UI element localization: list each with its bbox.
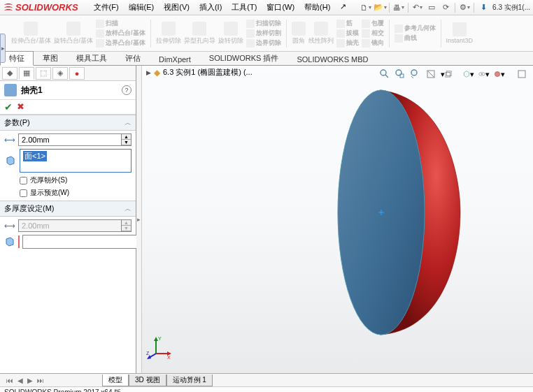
section-view-icon[interactable] bbox=[425, 68, 436, 80]
pm-tab-appearance[interactable]: ● bbox=[69, 67, 85, 80]
cancel-button[interactable]: ✖ bbox=[17, 101, 24, 112]
svg-point-9 bbox=[481, 73, 483, 75]
separator bbox=[455, 3, 455, 13]
linear-pattern[interactable]: 线性阵列 bbox=[308, 22, 334, 45]
options-icon[interactable]: ⚙ bbox=[460, 3, 469, 13]
hide-show-icon[interactable]: ▾ bbox=[478, 68, 490, 80]
multi-faces-row bbox=[4, 235, 132, 249]
collapse-icon[interactable]: ︿ bbox=[125, 118, 132, 128]
scene-icon[interactable] bbox=[516, 68, 527, 80]
zoom-area-icon[interactable] bbox=[395, 68, 406, 80]
graphics-viewport[interactable]: ▶ ◆ 6.3 实例1 (椭圆盖建模) (... bbox=[142, 66, 533, 373]
pm-controls: ✔ ✖ bbox=[0, 100, 136, 115]
thickness-icon: ⟷ bbox=[4, 219, 15, 232]
menu-insert[interactable]: 插入(I) bbox=[195, 1, 226, 14]
zoom-fit-icon[interactable] bbox=[379, 68, 390, 80]
tab-evaluate[interactable]: 评估 bbox=[116, 51, 150, 65]
menu-bar: 文件(F) 编辑(E) 视图(V) 插入(I) 工具(T) 窗口(W) 帮助(H… bbox=[90, 1, 351, 14]
separator bbox=[150, 20, 151, 48]
revolve-cut[interactable]: 旋转切除 bbox=[218, 22, 243, 45]
extrude-boss[interactable]: 拉伸凸台/基体 bbox=[11, 22, 51, 45]
tab-sketch[interactable]: 草图 bbox=[34, 51, 67, 65]
shell-icon bbox=[4, 84, 17, 96]
tab-dimxpert[interactable]: DimXpert bbox=[150, 53, 200, 65]
menu-view[interactable]: 视图(V) bbox=[159, 1, 194, 14]
thickness-input[interactable] bbox=[19, 134, 121, 145]
title-bar: SOLIDWORKS 文件(F) 编辑(E) 视图(V) 插入(I) 工具(T)… bbox=[0, 0, 533, 15]
nav-last-icon[interactable]: ⏭ bbox=[35, 377, 46, 384]
save-icon[interactable]: 🖶 bbox=[394, 3, 404, 13]
menu-edit[interactable]: 编辑(E) bbox=[125, 1, 159, 14]
pm-tab-config[interactable]: ⬚ bbox=[36, 67, 51, 80]
nav-prev-icon[interactable]: ◀ bbox=[15, 377, 25, 384]
spin-up[interactable]: ▲ bbox=[122, 134, 131, 140]
view-triad[interactable]: Y X Z bbox=[146, 333, 174, 361]
params-header[interactable]: 参数(P) ︿ bbox=[0, 115, 136, 131]
tab-3dview[interactable]: 3D 视图 bbox=[129, 375, 166, 386]
fillet[interactable]: 圆角 bbox=[292, 22, 306, 45]
feature-title: 抽壳1 bbox=[21, 85, 43, 96]
menu-help[interactable]: 帮助(H) bbox=[300, 1, 334, 14]
svg-rect-7 bbox=[447, 71, 452, 76]
tab-mold[interactable]: 模具工具 bbox=[67, 51, 116, 65]
ok-button[interactable]: ✔ bbox=[4, 101, 13, 112]
nav-first-icon[interactable]: ⏮ bbox=[4, 377, 15, 384]
new-doc-icon[interactable]: 🗋 bbox=[361, 3, 371, 13]
tab-addins[interactable]: SOLIDWORKS 插件 bbox=[200, 51, 288, 65]
instant3d[interactable]: Instant3D bbox=[446, 22, 474, 44]
extrude-cut[interactable]: 拉伸切除 bbox=[156, 22, 181, 45]
thickness-spin[interactable]: ▲▼ bbox=[18, 133, 132, 146]
bottom-tabs: 模型 3D 视图 运动算例 1 bbox=[102, 375, 213, 386]
shell-outward-checkbox[interactable]: 壳厚朝外(S) bbox=[4, 175, 132, 185]
tab-motion[interactable]: 运动算例 1 bbox=[166, 375, 213, 386]
thickness-row: ⟷ ▲▼ bbox=[4, 133, 132, 146]
show-preview-checkbox[interactable]: 显示预览(W) bbox=[4, 188, 132, 198]
multi-face-box[interactable] bbox=[22, 235, 145, 249]
property-manager: ◆ ▦ ⬚ ◈ ● 抽壳1 ? ✔ ✖ 参数(P) ︿ ⟷ ▲▼ bbox=[0, 66, 136, 373]
pm-header: 抽壳1 ? bbox=[0, 81, 136, 100]
nav-next-icon[interactable]: ▶ bbox=[25, 377, 35, 384]
separator bbox=[389, 20, 390, 48]
collapse-bar[interactable]: ▸ bbox=[136, 66, 142, 373]
undo-icon[interactable]: ↶ bbox=[413, 3, 422, 13]
pm-tab-property[interactable]: ▦ bbox=[19, 67, 34, 80]
menu-window[interactable]: 窗口(W) bbox=[262, 1, 299, 14]
face-selection-box[interactable]: 面<1> bbox=[20, 149, 132, 173]
tab-mbd[interactable]: SOLIDWORKS MBD bbox=[287, 53, 377, 65]
collapse-icon[interactable]: ︿ bbox=[125, 204, 132, 214]
open-icon[interactable]: 📂 bbox=[375, 3, 385, 13]
display-style-icon[interactable]: ▾ bbox=[463, 68, 474, 80]
help-icon[interactable]: ? bbox=[122, 85, 132, 95]
faces-row: 面<1> bbox=[4, 149, 132, 173]
prev-view-icon[interactable] bbox=[410, 68, 421, 80]
menu-file[interactable]: 文件(F) bbox=[90, 1, 123, 14]
spin-down[interactable]: ▼ bbox=[122, 140, 131, 145]
multi-thickness-spin: ▲▼ bbox=[18, 219, 132, 232]
selection-indicator bbox=[18, 235, 20, 248]
boss-col: 扫描 放样凸台/基体 边界凸台/基体 bbox=[96, 19, 145, 48]
multi-header[interactable]: 多厚度设定(M) ︿ bbox=[0, 201, 136, 217]
panel-handle[interactable]: ▸ bbox=[0, 34, 6, 63]
svg-point-2 bbox=[396, 70, 401, 75]
appearance-icon[interactable]: ▾ bbox=[494, 68, 505, 80]
view-toolbar: ▾ ▾ ▾ ▾ bbox=[379, 68, 527, 80]
svg-rect-11 bbox=[518, 71, 525, 78]
separator bbox=[408, 3, 408, 13]
separator bbox=[474, 3, 474, 13]
rebuild-icon[interactable]: ⟳ bbox=[441, 3, 450, 13]
hole-wizard[interactable]: 异型孔向导 bbox=[184, 22, 215, 45]
ref-col: 参考几何体 曲线 bbox=[395, 24, 436, 43]
pm-tab-feature[interactable]: ◆ bbox=[2, 67, 17, 80]
menu-tools[interactable]: 工具(T) bbox=[227, 1, 261, 14]
bottom-bar: ⏮ ◀ ▶ ⏭ 模型 3D 视图 运动算例 1 bbox=[0, 373, 533, 386]
solidworks-icon bbox=[3, 2, 14, 13]
menu-pin[interactable]: ↗ bbox=[336, 1, 350, 14]
separator bbox=[389, 3, 390, 13]
view-orient-icon[interactable]: ▾ bbox=[441, 68, 452, 80]
pm-tab-dim[interactable]: ◈ bbox=[52, 67, 68, 80]
separator bbox=[441, 20, 441, 48]
coord-icon[interactable]: ⬇ bbox=[478, 3, 488, 13]
select-icon[interactable]: ▭ bbox=[427, 3, 436, 13]
tab-model[interactable]: 模型 bbox=[102, 375, 129, 386]
revolve-boss[interactable]: 旋转凸台/基体 bbox=[54, 22, 94, 45]
